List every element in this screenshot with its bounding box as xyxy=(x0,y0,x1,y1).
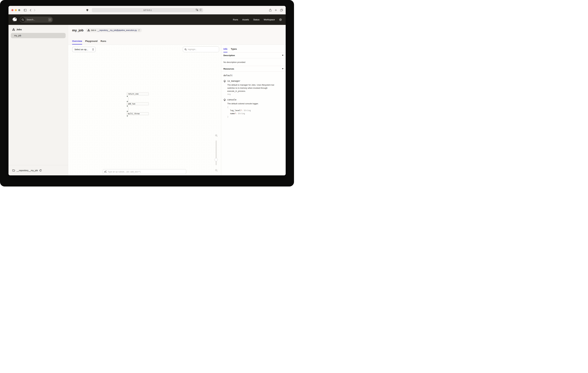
output-port[interactable] xyxy=(127,106,128,107)
panel-tab-types[interactable]: Types xyxy=(231,45,237,52)
tab-playground[interactable]: Playground xyxy=(85,40,98,44)
window-controls xyxy=(11,9,20,11)
zoom-window-button[interactable] xyxy=(18,9,20,11)
badge-repository-link[interactable]: __repository__my_job@pipeline_execution.… xyxy=(97,29,137,31)
dagster-navbar: / Runs Assets Status Workspace xyxy=(9,14,286,25)
output-port[interactable] xyxy=(127,115,128,117)
resource-description: The default io manager for Jobs. Uses fi… xyxy=(227,83,277,93)
resource-description: The default colored console logger. xyxy=(227,102,277,105)
job-icon xyxy=(88,29,90,31)
zoom-slider-thumb[interactable] xyxy=(214,158,218,161)
browser-window: 127.0.0.1 xyxy=(9,6,286,175)
translate-icon[interactable] xyxy=(196,9,198,11)
op-node-return-one[interactable]: return_one xyxy=(127,93,149,95)
nav-link-status[interactable]: Status xyxy=(253,18,260,21)
select-chevrons-icon xyxy=(92,48,94,51)
dagster-logo[interactable] xyxy=(12,17,17,22)
folder-icon xyxy=(12,169,15,172)
resources-section-header[interactable]: Resources xyxy=(221,66,286,72)
url-text: 127.0.0.1 xyxy=(143,9,152,11)
settings-gear-icon[interactable] xyxy=(279,18,282,21)
reload-badge-icon[interactable] xyxy=(138,29,140,31)
highlight-search-icon xyxy=(185,48,187,51)
minimize-window-button[interactable] xyxy=(15,9,17,11)
address-bar[interactable]: 127.0.0.1 xyxy=(92,8,203,12)
zoom-slider-track[interactable] xyxy=(216,141,217,165)
op-subset-graph-icon xyxy=(104,170,107,173)
sidebar-item-my-job[interactable]: my_job xyxy=(11,33,66,38)
edge-return-one-to-add-two xyxy=(128,97,128,102)
badge-prefix: Job in xyxy=(91,29,96,31)
highlight-input[interactable] xyxy=(188,48,214,51)
browser-sidebar-toggle-icon[interactable] xyxy=(24,9,27,11)
collapse-caret-icon xyxy=(282,55,284,56)
privacy-shield-icon[interactable] xyxy=(86,9,88,11)
tab-runs[interactable]: Runs xyxy=(101,40,106,44)
resource-icon xyxy=(223,80,226,95)
repository-row: __repository__my_job xyxy=(9,165,68,175)
op-subset-filter[interactable] xyxy=(103,169,186,174)
input-port[interactable] xyxy=(127,101,128,102)
job-tabs: Overview Playground Runs xyxy=(72,40,286,44)
reload-repository-icon[interactable] xyxy=(39,169,42,172)
panel-tab-info[interactable]: Info xyxy=(223,45,227,52)
job-origin-badge: Job in __repository__my_job@pipeline_exe… xyxy=(86,28,142,32)
reload-icon[interactable] xyxy=(200,9,202,11)
op-graph-canvas[interactable]: Select an op... xyxy=(68,45,221,175)
job-header: my_job Job in __repository__my_job@pipel… xyxy=(68,25,286,45)
close-window-button[interactable] xyxy=(11,9,13,11)
search-icon xyxy=(20,17,25,22)
browser-toolbar: 127.0.0.1 xyxy=(9,6,286,14)
search-input[interactable] xyxy=(27,18,43,21)
page-title: my_job xyxy=(72,28,84,32)
edge-add-two-to-multi-three xyxy=(128,107,128,112)
forward-icon[interactable] xyxy=(34,9,35,11)
highlight-search[interactable] xyxy=(183,46,219,52)
tab-overview-icon[interactable] xyxy=(280,9,283,11)
jobs-icon xyxy=(12,28,15,31)
resource-icon xyxy=(223,99,226,118)
global-search[interactable]: / xyxy=(20,17,53,23)
screen-background: 127.0.0.1 xyxy=(0,0,294,186)
op-node-add-two[interactable]: add_two xyxy=(127,102,149,105)
nav-link-assets[interactable]: Assets xyxy=(242,18,249,21)
op-selector-dropdown[interactable]: Select an op... xyxy=(72,47,95,52)
nav-link-workspace[interactable]: Workspace xyxy=(264,18,275,21)
sidebar-title: Jobs xyxy=(16,28,22,31)
op-subset-input[interactable] xyxy=(108,171,182,173)
repository-name: __repository__my_job xyxy=(17,169,38,172)
nav-link-runs[interactable]: Runs xyxy=(233,18,238,21)
search-shortcut-key: / xyxy=(48,18,52,22)
input-port[interactable] xyxy=(127,111,128,112)
description-section-header[interactable]: Description xyxy=(221,53,286,58)
resource-name: io_manager xyxy=(227,80,277,82)
resource-group-name: default xyxy=(223,74,284,77)
op-node-multi-three[interactable]: multi_three xyxy=(127,112,149,115)
info-panel: Info Types Description No description pr… xyxy=(221,45,286,175)
resource-console: console The default colored console logg… xyxy=(223,99,284,118)
back-icon[interactable] xyxy=(30,9,31,11)
zoom-out-icon[interactable] xyxy=(215,169,218,172)
collapse-caret-icon xyxy=(282,68,284,69)
output-port[interactable] xyxy=(127,96,128,97)
resource-io-manager: io_manager The default io manager for Jo… xyxy=(223,80,284,95)
resource-config-schema: { log_level?:String name?:String } xyxy=(227,106,277,119)
zoom-in-icon[interactable] xyxy=(215,134,218,138)
description-body: No description provided xyxy=(221,58,286,66)
tab-overview[interactable]: Overview xyxy=(72,40,82,44)
share-icon[interactable] xyxy=(269,9,272,11)
jobs-sidebar: Jobs my_job __repository__my_job xyxy=(9,25,68,175)
new-tab-icon[interactable] xyxy=(275,9,277,11)
resource-name: console xyxy=(227,99,277,101)
resource-type: Any xyxy=(227,93,277,95)
